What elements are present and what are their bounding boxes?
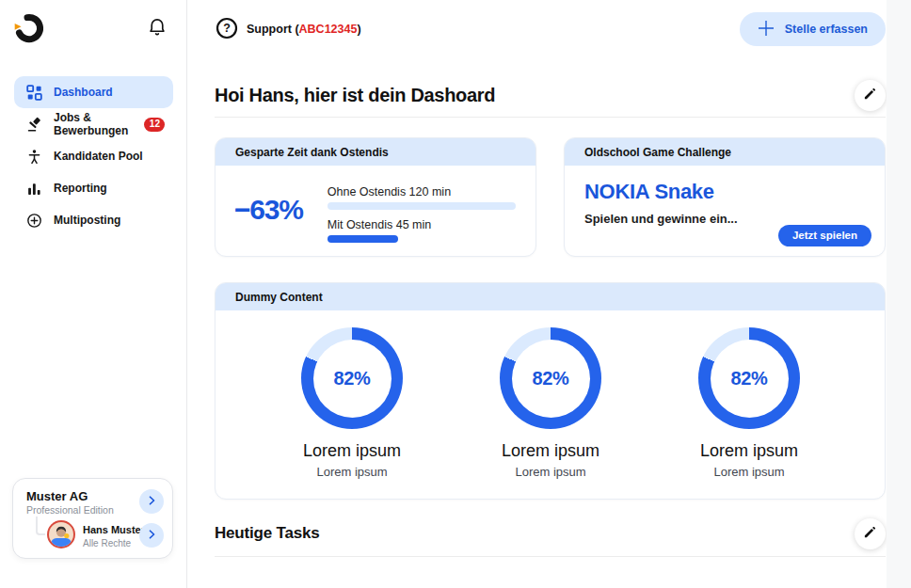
donut-chart: 82% — [500, 327, 601, 429]
donut-label: Lorem ipsum — [303, 441, 401, 461]
sidebar-item-label: Kandidaten Pool — [54, 150, 143, 163]
bar-label: Mit Ostendis 45 min — [328, 218, 516, 231]
time-saved-body: −63% Ohne Ostendis 120 min Mit Ostendis … — [216, 166, 535, 243]
donut-value: 82% — [711, 340, 789, 418]
content: Hoi Hans, hier ist dein Dashoard Gespart… — [187, 73, 911, 557]
game-subline: Spielen und gewinne ein... — [584, 212, 865, 226]
jetzt-spielen-button[interactable]: Jetzt spielen — [778, 225, 871, 246]
plus-circle-icon — [26, 213, 42, 229]
top-cards-row: Gesparte Zeit dank Ostendis −63% Ohne Os… — [215, 137, 886, 257]
card-title: Gesparte Zeit dank Ostendis — [216, 138, 535, 166]
user-row: Hans Muster Alle Rechte — [47, 520, 145, 552]
sidebar-item-jobs[interactable]: Jobs & Bewerbungen 12 — [14, 108, 173, 140]
card-title: Oldschool Game Challenge — [565, 138, 885, 166]
edit-dashboard-button[interactable] — [855, 80, 886, 111]
company-name: Muster AG — [26, 489, 88, 503]
game-challenge-card: Oldschool Game Challenge NOKIA Snake Spi… — [564, 137, 886, 257]
svg-text:?: ? — [223, 22, 231, 35]
chevron-right-icon — [146, 529, 157, 543]
sidebar-item-kandidaten-pool[interactable]: Kandidaten Pool — [14, 140, 173, 172]
donut-chart: 82% — [698, 327, 800, 429]
support-label: Support (ABC12345) — [247, 23, 361, 36]
divider — [215, 556, 886, 557]
user-chevron-button[interactable] — [139, 523, 164, 548]
sidebar-item-label: Reporting — [54, 182, 107, 195]
donut-group: 82% Lorem ipsum Lorem ipsum — [687, 327, 811, 479]
donut-label: Lorem ipsum — [502, 441, 599, 461]
pencil-icon — [863, 87, 877, 103]
stelle-erfassen-button[interactable]: Stelle erfassen — [740, 12, 886, 46]
donut-label: Lorem ipsum — [700, 441, 798, 461]
bar-ohne-ostendis — [328, 202, 516, 210]
donut-sublabel: Lorem ipsum — [515, 465, 585, 479]
sidebar-item-label: Dashboard — [54, 86, 113, 99]
time-saved-bars: Ohne Ostendis 120 min Mit Ostendis 45 mi… — [328, 177, 516, 243]
dummy-content-card: Dummy Content 82% Lorem ipsum Lorem ipsu… — [215, 282, 886, 500]
support-link[interactable]: ? Support (ABC12345) — [216, 17, 361, 42]
ostendis-logo-icon — [11, 9, 47, 51]
gavel-icon — [26, 117, 42, 133]
question-circle-icon: ? — [216, 17, 238, 42]
greeting-row: Hoi Hans, hier ist dein Dashoard — [215, 73, 886, 117]
sidebar-item-label: Multiposting — [54, 214, 120, 227]
edit-tasks-button[interactable] — [855, 518, 886, 549]
sidebar: Dashboard Jobs & Bewerbungen 12 — [0, 0, 187, 588]
bar-label: Ohne Ostendis 120 min — [328, 185, 516, 199]
chevron-right-icon — [146, 495, 157, 509]
donut-value: 82% — [512, 340, 590, 418]
support-code: ABC12345 — [299, 23, 358, 36]
person-icon — [26, 149, 42, 165]
donut-sublabel: Lorem ipsum — [713, 465, 784, 479]
user-name: Hans Muster — [83, 523, 145, 536]
notifications-bell-icon[interactable] — [147, 17, 168, 40]
donut-sublabel: Lorem ipsum — [316, 465, 387, 479]
sidebar-nav: Dashboard Jobs & Bewerbungen 12 — [14, 76, 173, 236]
avatar — [47, 520, 75, 552]
sidebar-item-multiposting[interactable]: Multiposting — [14, 204, 173, 236]
card-title: Dummy Content — [216, 283, 885, 310]
divider — [215, 117, 886, 118]
game-body: NOKIA Snake Spielen und gewinne ein... — [565, 166, 885, 226]
scroll-gutter[interactable] — [887, 0, 911, 588]
jobs-count-badge: 12 — [144, 118, 165, 132]
main-area: ? Support (ABC12345) Stelle erfassen Hoi… — [187, 0, 911, 588]
pencil-icon — [863, 525, 877, 542]
company-chevron-button[interactable] — [139, 489, 164, 514]
user-role: Alle Rechte — [83, 537, 145, 549]
tasks-row: Heutige Tasks — [215, 511, 886, 556]
donut-group: 82% Lorem ipsum Lorem ipsum — [488, 327, 613, 479]
account-card: Muster AG Professional Edition — [12, 478, 173, 559]
page-title: Hoi Hans, hier ist dein Dashoard — [215, 85, 495, 106]
time-saved-value: −63% — [234, 194, 303, 226]
donut-chart: 82% — [301, 327, 403, 429]
bar-mit-ostendis — [328, 235, 398, 243]
topbar: ? Support (ABC12345) Stelle erfassen — [187, 0, 911, 58]
tasks-heading: Heutige Tasks — [215, 524, 319, 543]
donuts-row: 82% Lorem ipsum Lorem ipsum 82% Lorem ip… — [216, 310, 885, 479]
sidebar-item-dashboard[interactable]: Dashboard — [14, 76, 173, 108]
app-window: Dashboard Jobs & Bewerbungen 12 — [0, 0, 911, 588]
time-saved-card: Gesparte Zeit dank Ostendis −63% Ohne Os… — [215, 137, 536, 257]
game-headline: NOKIA Snake — [584, 180, 865, 204]
donut-value: 82% — [313, 340, 392, 418]
cta-label: Stelle erfassen — [785, 23, 868, 36]
sidebar-item-label: Jobs & Bewerbungen — [54, 111, 128, 137]
sidebar-item-reporting[interactable]: Reporting — [14, 172, 173, 204]
bar-chart-icon — [26, 181, 42, 197]
tree-connector — [36, 516, 45, 535]
company-edition: Professional Edition — [26, 504, 114, 516]
dashboard-grid-icon — [26, 85, 42, 101]
plus-icon — [758, 20, 775, 40]
donut-group: 82% Lorem ipsum Lorem ipsum — [290, 327, 414, 479]
